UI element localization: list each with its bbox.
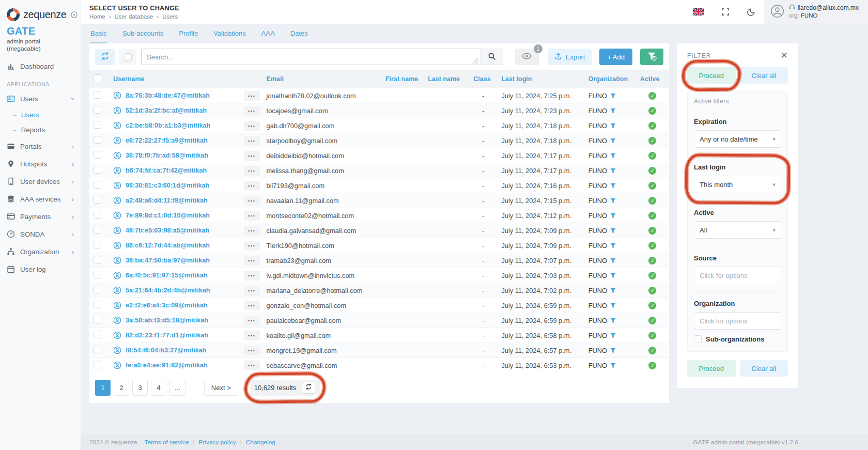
org-filter-funnel-icon[interactable] [610, 288, 616, 293]
col-first-name[interactable]: First name [381, 70, 424, 88]
row-actions-button[interactable]: ··· [244, 271, 260, 281]
row-checkbox[interactable] [94, 196, 101, 204]
visibility-button[interactable]: 1 [515, 49, 539, 65]
org-filter-funnel-icon[interactable] [610, 318, 616, 323]
sidebar-item-payments[interactable]: Payments› [0, 208, 81, 225]
organization-input[interactable]: Click for options [694, 312, 781, 330]
proceed-button-bottom[interactable]: Proceed [687, 360, 736, 377]
fullscreen-icon[interactable] [712, 0, 738, 24]
next-page-button[interactable]: Next > [204, 380, 238, 396]
col-organization[interactable]: Organization [584, 70, 636, 88]
source-input[interactable]: Click for options [694, 267, 781, 284]
row-checkbox[interactable] [94, 361, 101, 368]
sidebar-toggle-icon[interactable] [70, 11, 78, 19]
org-filter-funnel-icon[interactable] [610, 138, 616, 144]
org-filter-funnel-icon[interactable] [610, 228, 616, 234]
row-checkbox[interactable] [94, 271, 101, 278]
user-menu[interactable]: llaredo@allux.com.mx org: FUNO [764, 0, 868, 24]
row-checkbox[interactable] [94, 346, 101, 353]
row-actions-button[interactable]: ··· [244, 121, 260, 131]
filter-toggle-button[interactable] [640, 49, 663, 65]
tab-aaa[interactable]: AAA [261, 29, 275, 43]
clear-all-button[interactable]: Clear all [740, 67, 788, 84]
export-button[interactable]: Export [548, 49, 592, 65]
search-button[interactable] [481, 49, 503, 65]
col-class[interactable]: Class [469, 70, 497, 88]
row-actions-button[interactable]: ··· [244, 241, 260, 251]
username-link[interactable]: 86:c6:12:7d:44:ab@mitikah [113, 241, 235, 250]
tab-sub-accounts[interactable]: Sub-accounts [122, 29, 164, 43]
clear-all-button-bottom[interactable]: Clear all [740, 360, 788, 377]
results-refresh-button[interactable] [302, 382, 315, 394]
bulk-select-checkbox[interactable] [124, 53, 132, 61]
sub-organizations-checkbox[interactable]: Sub-organizations [694, 335, 781, 343]
row-checkbox[interactable] [94, 316, 101, 323]
row-actions-button[interactable]: ··· [244, 196, 260, 206]
col-last-login[interactable]: Last login [497, 70, 584, 88]
add-button[interactable]: + Add [599, 49, 632, 65]
org-filter-funnel-icon[interactable] [610, 348, 616, 353]
page-button-2[interactable]: 2 [114, 380, 129, 396]
username-link[interactable]: 5a:21:64:4b:2d:4b@mitikah [113, 286, 235, 294]
sidebar-item-hotspots[interactable]: Hotspots› [0, 155, 81, 173]
row-actions-button[interactable]: ··· [244, 331, 260, 340]
org-filter-funnel-icon[interactable] [610, 183, 616, 189]
row-checkbox[interactable] [94, 136, 101, 144]
username-link[interactable]: 82:d2:23:f1:77:d1@mitikah [113, 331, 235, 339]
proceed-button[interactable]: Proceed [687, 67, 736, 84]
language-flag-icon[interactable] [684, 0, 712, 24]
page-button-1[interactable]: 1 [95, 380, 111, 396]
username-link[interactable]: f8:54:f6:04:b3:27@mitikah [113, 346, 235, 354]
row-actions-button[interactable]: ··· [244, 181, 260, 191]
row-checkbox[interactable] [94, 181, 101, 189]
dark-mode-moon-icon[interactable] [738, 0, 764, 24]
last-login-select[interactable]: This month▾ [694, 176, 781, 193]
row-actions-button[interactable]: ··· [244, 286, 260, 296]
org-filter-funnel-icon[interactable] [610, 123, 616, 129]
sidebar-item-portals[interactable]: Portals› [0, 137, 81, 155]
sidebar-item-organization[interactable]: Organization› [0, 243, 81, 260]
username-link[interactable]: 7e:89:8d:c1:0d:10@mitikah [113, 211, 235, 220]
org-filter-funnel-icon[interactable] [610, 153, 616, 159]
org-filter-funnel-icon[interactable] [610, 273, 616, 278]
org-filter-funnel-icon[interactable] [610, 258, 616, 263]
row-checkbox[interactable] [94, 166, 101, 174]
org-filter-funnel-icon[interactable] [610, 333, 616, 338]
row-actions-button[interactable]: ··· [244, 361, 260, 370]
row-checkbox[interactable] [94, 151, 101, 159]
username-link[interactable]: 96:30:81:c3:60:1d@mitikah [113, 181, 235, 190]
sidebar-item-dashboard[interactable]: Dashboard [0, 57, 81, 75]
page-button-3[interactable]: 3 [132, 380, 148, 396]
sidebar-subitem-reports[interactable]: –Reports [0, 122, 81, 137]
close-icon[interactable]: ✕ [781, 51, 788, 60]
username-link[interactable]: 8a:76:3b:48:de:47@mitikah [113, 91, 235, 100]
sidebar-item-aaa-services[interactable]: AAA services› [0, 190, 81, 208]
page-button-4[interactable]: 4 [151, 380, 166, 396]
username-link[interactable]: 46:7b:e5:03:98:a5@mitikah [113, 226, 235, 235]
row-actions-button[interactable]: ··· [244, 346, 260, 355]
row-actions-button[interactable]: ··· [244, 106, 260, 116]
row-checkbox[interactable] [94, 286, 101, 293]
col-username[interactable]: Username [109, 70, 239, 88]
privacy-link[interactable]: Privacy policy [199, 439, 236, 446]
changelog-link[interactable]: Changelog [246, 439, 275, 446]
org-filter-funnel-icon[interactable] [610, 108, 616, 114]
row-actions-button[interactable]: ··· [244, 151, 260, 161]
row-checkbox[interactable] [94, 301, 101, 308]
row-checkbox[interactable] [94, 211, 101, 219]
select-all-checkbox[interactable] [94, 74, 101, 82]
row-actions-button[interactable]: ··· [244, 166, 260, 176]
row-actions-button[interactable]: ··· [244, 301, 260, 311]
row-actions-button[interactable]: ··· [244, 136, 260, 146]
org-filter-funnel-icon[interactable] [610, 363, 616, 368]
row-actions-button[interactable]: ··· [244, 211, 260, 221]
sidebar-item-users[interactable]: Users› [0, 90, 81, 107]
row-checkbox[interactable] [94, 331, 101, 338]
sidebar-item-user-log[interactable]: User log [0, 260, 81, 278]
username-link[interactable]: a2:48:a6:d4:11:f8@mitikah [113, 196, 235, 205]
sidebar-subitem-users[interactable]: –Users [0, 107, 81, 122]
sidebar-item-user-devices[interactable]: User devices› [0, 173, 81, 190]
row-checkbox[interactable] [94, 241, 101, 249]
username-link[interactable]: fe:a0:e4:ae:91:82@mitikah [113, 361, 235, 369]
row-checkbox[interactable] [94, 106, 101, 114]
